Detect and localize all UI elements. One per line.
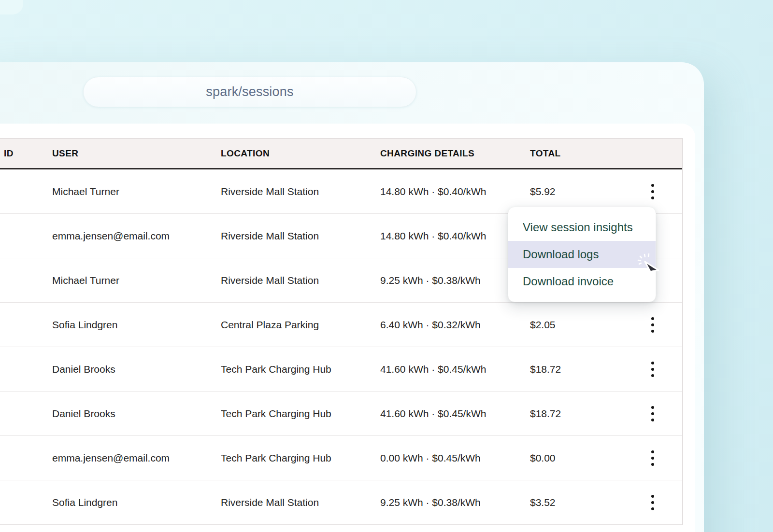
cell-location: Riverside Mall Station (217, 230, 376, 242)
cell-user: Michael Turner (48, 186, 217, 197)
row-actions-kebab-icon[interactable] (644, 402, 662, 425)
cell-actions (623, 358, 682, 381)
context-menu-item[interactable]: View session insights (508, 214, 656, 241)
cell-location: Tech Park Charging Hub (217, 364, 376, 375)
table-row: Daniel Brooks Tech Park Charging Hub 41.… (0, 392, 682, 436)
kebab-dot (651, 501, 654, 504)
cell-total: $5.92 (526, 186, 623, 197)
kebab-dot (651, 190, 654, 193)
kebab-dot (651, 406, 654, 409)
kebab-dot (651, 196, 654, 199)
kebab-dot (651, 323, 654, 326)
kebab-dot (651, 317, 654, 320)
sessions-table: ID USER LOCATION CHARGING DETAILS TOTAL … (0, 138, 683, 525)
cell-actions (623, 180, 682, 203)
cell-total: $18.72 (526, 364, 623, 375)
column-header-location: LOCATION (217, 148, 376, 159)
table-header-row: ID USER LOCATION CHARGING DETAILS TOTAL (0, 139, 682, 169)
cell-actions (623, 491, 682, 514)
cell-total: $3.52 (526, 497, 623, 508)
cell-user: emma.jensen@email.com (48, 452, 217, 464)
column-header-charging: CHARGING DETAILS (376, 148, 526, 159)
kebab-dot (651, 507, 654, 510)
row-actions-kebab-icon[interactable] (644, 313, 662, 336)
cell-charging-details: 14.80 kWh · $0.40/kWh (376, 186, 526, 197)
row-actions-kebab-icon[interactable] (644, 447, 662, 470)
cell-user: Sofia Lindgren (48, 497, 217, 508)
kebab-dot (651, 330, 654, 333)
kebab-dot (651, 450, 654, 453)
cell-location: Central Plaza Parking (217, 319, 376, 331)
address-bar[interactable]: spark/sessions (83, 77, 416, 107)
table-row: Sofia Lindgren Central Plaza Parking 6.4… (0, 303, 682, 347)
cell-location: Riverside Mall Station (217, 275, 376, 286)
column-header-id: ID (0, 148, 48, 159)
kebab-dot (651, 463, 654, 466)
cell-user: Daniel Brooks (48, 408, 217, 420)
kebab-dot (651, 495, 654, 498)
row-actions-kebab-icon[interactable] (644, 180, 662, 203)
cell-total: $18.72 (526, 408, 623, 420)
cell-user: Sofia Lindgren (48, 319, 217, 331)
cell-location: Riverside Mall Station (217, 497, 376, 508)
kebab-dot (651, 457, 654, 460)
kebab-dot (651, 374, 654, 377)
cell-actions (623, 402, 682, 425)
column-header-total: TOTAL (526, 148, 623, 159)
kebab-dot (651, 419, 654, 421)
row-actions-kebab-icon[interactable] (644, 491, 662, 514)
table-row: emma.jensen@email.com Tech Park Charging… (0, 436, 682, 480)
kebab-dot (651, 184, 654, 187)
kebab-dot (651, 362, 654, 364)
kebab-dot (651, 368, 654, 371)
table-row: Daniel Brooks Tech Park Charging Hub 41.… (0, 347, 682, 392)
kebab-dot (651, 412, 654, 415)
cell-actions (623, 313, 682, 336)
row-actions-kebab-icon[interactable] (644, 358, 662, 381)
cell-location: Tech Park Charging Hub (217, 408, 376, 420)
cell-charging-details: 41.60 kWh · $0.45/kWh (376, 408, 526, 420)
cell-user: Michael Turner (48, 275, 217, 286)
context-menu: View session insightsDownload logsDownlo… (508, 207, 656, 302)
column-header-user: USER (48, 148, 217, 159)
cell-charging-details: 14.80 kWh · $0.40/kWh (376, 230, 526, 242)
table-row: Sofia Lindgren Riverside Mall Station 9.… (0, 480, 682, 525)
cell-actions (623, 447, 682, 470)
cell-total: $0.00 (526, 452, 623, 464)
cell-charging-details: 0.00 kWh · $0.45/kWh (376, 452, 526, 464)
context-menu-item[interactable]: Download invoice (508, 268, 656, 295)
address-bar-text: spark/sessions (206, 84, 293, 99)
cell-charging-details: 9.25 kWh · $0.38/kWh (376, 497, 526, 508)
cell-user: emma.jensen@email.com (48, 230, 217, 242)
cell-user: Daniel Brooks (48, 364, 217, 375)
cell-charging-details: 9.25 kWh · $0.38/kWh (376, 275, 526, 286)
cell-total: $2.05 (526, 319, 623, 331)
cell-location: Riverside Mall Station (217, 186, 376, 197)
cell-charging-details: 41.60 kWh · $0.45/kWh (376, 364, 526, 375)
cell-charging-details: 6.40 kWh · $0.32/kWh (376, 319, 526, 331)
screenshot-stage: spark/sessions ID USER LOCATION CHARGING… (0, 0, 773, 532)
background-corner-accent (0, 0, 23, 14)
cell-location: Tech Park Charging Hub (217, 452, 376, 464)
context-menu-item[interactable]: Download logs (508, 241, 656, 268)
